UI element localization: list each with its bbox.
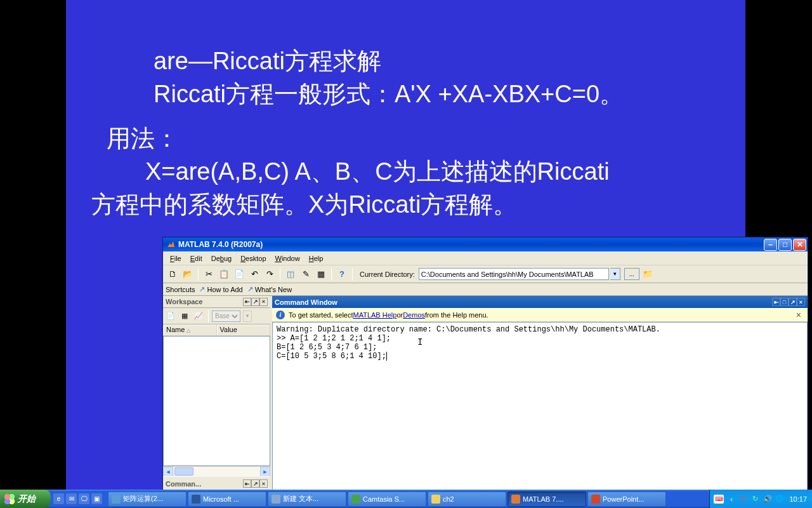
scroll-thumb[interactable]: [174, 467, 193, 476]
matlab-help-link[interactable]: MATLAB Help: [353, 311, 397, 319]
cmd-line-1: Warning: Duplicate directory name: C:\Do…: [277, 325, 660, 334]
taskbar-item[interactable]: 矩阵运算(2...: [108, 491, 187, 507]
app-icon[interactable]: ▣: [91, 493, 102, 504]
slide-line-4: X=are(A,B,C) A、B、C为上述描述的Riccati: [145, 155, 720, 188]
clock[interactable]: 10:17: [789, 495, 807, 503]
menu-file[interactable]: File: [166, 253, 186, 264]
up-folder-icon[interactable]: 📁: [641, 267, 655, 281]
slide-line-2: Riccati方程一般形式：A'X +XA-XBX+C=0。: [154, 77, 720, 110]
taskbar-item-icon: [511, 495, 520, 504]
col-name[interactable]: Name △: [163, 324, 217, 335]
guide-icon[interactable]: ✎: [299, 267, 313, 281]
simulink-icon[interactable]: ◫: [284, 267, 298, 281]
howto-link[interactable]: How to Add: [207, 286, 242, 293]
pane-prev-icon[interactable]: ⇤: [243, 298, 251, 306]
quick-launch: e ✉ 🖵 ▣: [51, 493, 105, 504]
task-items: 矩阵运算(2...Microsoft ...新建 文本...Camtasia S…: [105, 491, 709, 507]
menu-edit[interactable]: Edit: [186, 253, 207, 264]
ie-icon[interactable]: e: [53, 493, 64, 504]
curdir-input[interactable]: [419, 268, 609, 280]
taskbar-item-icon: [112, 495, 121, 504]
redo-icon[interactable]: ↷: [263, 267, 277, 281]
slide-line-5: 方程中的系数矩阵。X为Riccati方程解。: [91, 188, 720, 221]
menu-debug[interactable]: Debug: [207, 253, 236, 264]
maximize-button[interactable]: □: [778, 239, 792, 251]
network-icon[interactable]: 🌐: [775, 494, 784, 504]
open-file-icon[interactable]: 📂: [181, 267, 195, 281]
taskbar-item[interactable]: MATLAB 7....: [508, 491, 586, 507]
start-button[interactable]: 开始: [0, 490, 51, 508]
workspace-hscroll[interactable]: ◄ ►: [163, 466, 270, 476]
pane-close-icon[interactable]: ×: [259, 479, 268, 488]
workspace-toolbar: 📄 ▦ 📈 Base ▼: [163, 308, 270, 324]
col-value[interactable]: Value: [217, 324, 271, 335]
hint-text-pre: To get started, select: [289, 311, 353, 319]
undo-icon[interactable]: ↶: [247, 267, 261, 281]
title-bar[interactable]: MATLAB 7.4.0 (R2007a) – □ ✕: [163, 237, 808, 251]
cmd-line-4: C=[10 5 3;5 8 6;1 4 10];: [277, 352, 386, 361]
tray-chevron-icon[interactable]: ‹: [726, 494, 736, 504]
taskbar-item[interactable]: ch2: [428, 491, 506, 507]
shortcuts-label: Shortcuts: [166, 286, 195, 293]
taskbar-item[interactable]: Microsoft ...: [188, 491, 266, 507]
lang-icon[interactable]: ⌨: [714, 495, 724, 504]
taskbar-item[interactable]: PowerPoint...: [587, 491, 666, 507]
pane-close-icon[interactable]: ×: [797, 298, 805, 306]
workspace-body[interactable]: [163, 336, 270, 466]
menu-bar: File Edit Debug Desktop Window Help: [163, 251, 808, 265]
volume-icon[interactable]: 🔊: [763, 494, 772, 504]
pane-close-icon[interactable]: ×: [259, 298, 268, 306]
taskbar-item-label: 新建 文本...: [283, 494, 318, 504]
taskbar-item[interactable]: 新建 文本...: [268, 491, 346, 507]
shield-icon[interactable]: 🛡: [738, 494, 748, 504]
hint-text-mid: or: [396, 311, 403, 319]
command-history-titlebar[interactable]: Comman... ⇤ ↗ ×: [163, 476, 270, 490]
plot-var-icon[interactable]: 📈: [192, 310, 205, 323]
stack-select[interactable]: Base: [212, 311, 240, 322]
open-var-icon[interactable]: ▦: [178, 310, 191, 323]
whatsnew-link[interactable]: What's New: [255, 286, 292, 293]
main-area: Workspace ⇤ ↗ × 📄 ▦ 📈 Base ▼ Name △ Valu…: [163, 296, 808, 490]
shortcut-link-icon: ↗: [247, 285, 253, 293]
taskbar-item-label: MATLAB 7....: [523, 495, 564, 503]
close-button[interactable]: ✕: [793, 239, 806, 251]
stack-dropdown-icon[interactable]: ▼: [243, 311, 252, 322]
command-history-title: Comman...: [166, 480, 243, 488]
profiler-icon[interactable]: ▦: [314, 267, 328, 281]
scroll-right-icon[interactable]: ►: [260, 467, 270, 477]
taskbar-item-label: Microsoft ...: [203, 495, 239, 503]
new-var-icon[interactable]: 📄: [164, 310, 177, 323]
pane-undock-icon[interactable]: ↗: [251, 479, 259, 488]
pane-prev-icon[interactable]: ⇤: [243, 479, 251, 488]
cut-icon[interactable]: ✂: [202, 267, 216, 281]
copy-icon[interactable]: 📋: [217, 267, 231, 281]
help-icon[interactable]: ?: [335, 267, 349, 281]
minimize-button[interactable]: –: [764, 239, 777, 251]
command-window-titlebar[interactable]: Command Window ⇤ □ ↗ ×: [272, 296, 808, 308]
menu-window[interactable]: Window: [271, 253, 304, 264]
menu-desktop[interactable]: Desktop: [236, 253, 270, 264]
browse-button[interactable]: ...: [624, 268, 639, 280]
menu-help[interactable]: Help: [304, 253, 328, 264]
paste-icon[interactable]: 📄: [232, 267, 246, 281]
pane-undock-icon[interactable]: ↗: [251, 298, 259, 306]
curdir-label: Current Directory:: [360, 271, 415, 278]
demos-link[interactable]: Demos: [403, 311, 425, 319]
desktop-icon[interactable]: 🖵: [79, 493, 89, 504]
info-icon: i: [276, 311, 285, 319]
pane-prev-icon[interactable]: ⇤: [772, 298, 780, 306]
workspace-titlebar[interactable]: Workspace ⇤ ↗ ×: [163, 296, 270, 308]
taskbar-item[interactable]: Camtasia S...: [348, 491, 426, 507]
hint-bar: i To get started, select MATLAB Help or …: [272, 308, 808, 322]
command-window-body[interactable]: Warning: Duplicate directory name: C:\Do…: [272, 322, 808, 490]
sync-icon[interactable]: ↻: [750, 494, 760, 504]
curdir-dropdown-icon[interactable]: ▼: [610, 268, 620, 280]
pane-max-icon[interactable]: □: [780, 298, 789, 306]
hint-close-button[interactable]: ×: [794, 310, 804, 320]
mail-icon[interactable]: ✉: [66, 493, 77, 504]
scroll-left-icon[interactable]: ◄: [163, 467, 173, 477]
shortcuts-bar: Shortcuts ↗ How to Add ↗ What's New: [163, 283, 808, 296]
pane-undock-icon[interactable]: ↗: [789, 298, 797, 306]
taskbar-item-icon: [272, 495, 280, 504]
new-file-icon[interactable]: 🗋: [166, 267, 180, 281]
